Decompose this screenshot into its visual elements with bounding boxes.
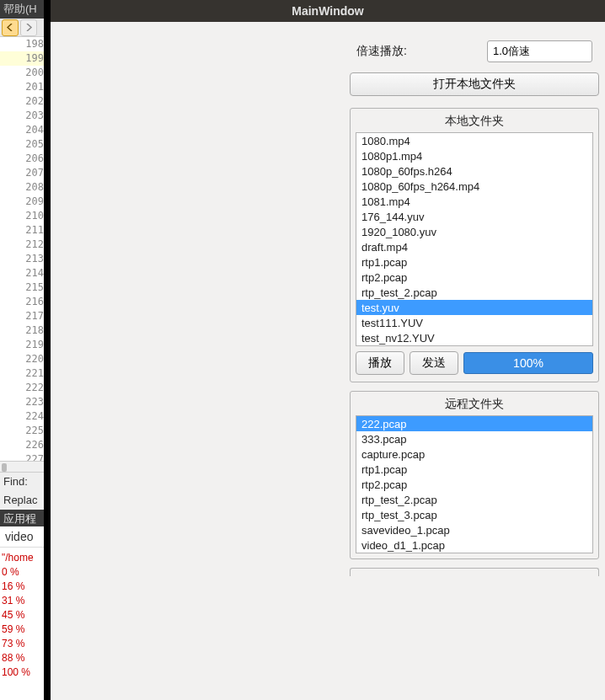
- line-number: 213: [0, 252, 51, 266]
- chevron-left-icon: [7, 24, 14, 31]
- line-number: 219: [0, 338, 51, 352]
- window-border: [44, 0, 51, 700]
- find-replace-panel: Find: Replac: [0, 473, 51, 510]
- editor-nav: [0, 19, 51, 37]
- scrollbar-thumb[interactable]: [2, 463, 7, 472]
- list-item[interactable]: 1080p_60fps.h264: [356, 163, 592, 179]
- line-number: 210: [0, 209, 51, 223]
- list-item[interactable]: rtp1.pcap: [356, 254, 592, 270]
- output-line: "/home: [2, 551, 49, 565]
- titlebar[interactable]: MainWindow: [51, 0, 605, 22]
- line-number: 198: [0, 37, 51, 51]
- local-button-row: 播放 发送 100%: [351, 351, 598, 382]
- line-number: 208: [0, 180, 51, 195]
- line-number: 204: [0, 123, 51, 137]
- main-window: MainWindow 倍速播放: 1.0倍速 打开本地文件夹 本地文件夹 108…: [51, 0, 605, 700]
- list-item[interactable]: rtp_test_2.pcap: [356, 285, 592, 300]
- output-log: "/home0 %16 %31 %45 %59 %73 %88 %100 %: [0, 548, 51, 683]
- list-item[interactable]: 1920_1080.yuv: [356, 224, 592, 239]
- replace-label: Replac: [0, 491, 51, 510]
- line-number: 220: [0, 352, 51, 366]
- line-number: 211: [0, 223, 51, 238]
- find-label: Find:: [0, 473, 51, 491]
- speed-label: 倍速播放:: [356, 44, 487, 59]
- output-line: 59 %: [2, 623, 49, 637]
- line-number: 199: [0, 51, 51, 66]
- line-number: 202: [0, 94, 51, 109]
- client-area: 倍速播放: 1.0倍速 打开本地文件夹 本地文件夹 1080.mp41080p1…: [51, 22, 605, 700]
- line-number: 222: [0, 381, 51, 395]
- list-item[interactable]: test.yuv: [356, 300, 592, 315]
- editor-h-scrollbar[interactable]: [0, 461, 51, 473]
- send-label: 发送: [422, 355, 446, 371]
- list-item[interactable]: 176_144.yuv: [356, 209, 592, 224]
- output-line: 45 %: [2, 608, 49, 623]
- speed-select[interactable]: 1.0倍速: [487, 40, 592, 62]
- list-item[interactable]: draft.mp4: [356, 239, 592, 254]
- output-panel: video "/home0 %16 %31 %45 %59 %73 %88 %1…: [0, 526, 51, 700]
- line-number-gutter: 1981992002012022032042052062072082092102…: [0, 37, 51, 467]
- output-line: 73 %: [2, 637, 49, 651]
- list-item[interactable]: 1081.mp4: [356, 194, 592, 209]
- list-item[interactable]: rtp1.pcap: [356, 462, 592, 477]
- line-number: 216: [0, 295, 51, 309]
- line-number: 201: [0, 80, 51, 94]
- editor-pane: 帮助(H 19819920020120220320420520620720820…: [0, 0, 51, 700]
- app-output-tab[interactable]: 应用程: [0, 510, 51, 526]
- local-file-list[interactable]: 1080.mp41080p1.mp41080p_60fps.h2641080p_…: [356, 132, 593, 346]
- remote-folder-title: 远程文件夹: [351, 392, 598, 415]
- list-item[interactable]: video_d1_1.pcap: [356, 537, 592, 553]
- line-number: 207: [0, 166, 51, 180]
- output-line: 31 %: [2, 594, 49, 608]
- line-number: 203: [0, 109, 51, 123]
- line-number: 226: [0, 438, 51, 452]
- output-line: 100 %: [2, 665, 49, 680]
- list-item[interactable]: capture.pcap: [356, 446, 592, 462]
- line-number: 223: [0, 395, 51, 409]
- line-number: 221: [0, 366, 51, 381]
- open-folder-label: 打开本地文件夹: [433, 77, 516, 92]
- line-number: 209: [0, 195, 51, 209]
- line-number: 212: [0, 238, 51, 252]
- chevron-right-icon: [25, 24, 33, 31]
- list-item[interactable]: test_nv12.YUV: [356, 330, 592, 345]
- list-item[interactable]: savevideo_1.pcap: [356, 522, 592, 537]
- speed-value: 1.0倍速: [493, 44, 530, 59]
- local-folder-title: 本地文件夹: [351, 109, 598, 132]
- remote-file-list[interactable]: 222.pcap333.pcapcapture.pcaprtp1.pcaprtp…: [356, 415, 593, 553]
- output-line: 16 %: [2, 580, 49, 594]
- line-number: 200: [0, 66, 51, 80]
- line-number: 225: [0, 424, 51, 438]
- line-number: 218: [0, 323, 51, 338]
- progress-bar: 100%: [463, 352, 593, 374]
- nav-forward-button[interactable]: [20, 19, 37, 36]
- list-item[interactable]: test111.YUV: [356, 315, 592, 330]
- list-item[interactable]: rtp2.pcap: [356, 477, 592, 492]
- send-button[interactable]: 发送: [410, 351, 458, 375]
- menubar-help[interactable]: 帮助(H: [0, 0, 51, 19]
- progress-text: 100%: [513, 356, 543, 370]
- speed-row: 倍速播放: 1.0倍速: [350, 34, 599, 69]
- list-item[interactable]: 222.pcap: [356, 416, 592, 431]
- line-number: 206: [0, 152, 51, 166]
- play-label: 播放: [368, 355, 392, 371]
- line-number: 224: [0, 409, 51, 424]
- line-number: 215: [0, 281, 51, 295]
- bottom-panel-stub: [350, 568, 599, 576]
- output-line: 88 %: [2, 651, 49, 665]
- play-button[interactable]: 播放: [356, 351, 404, 375]
- list-item[interactable]: rtp_test_2.pcap: [356, 492, 592, 507]
- line-number: 205: [0, 137, 51, 152]
- list-item[interactable]: 1080.mp4: [356, 133, 592, 148]
- list-item[interactable]: 1080p1.mp4: [356, 148, 592, 163]
- open-folder-button[interactable]: 打开本地文件夹: [350, 72, 599, 96]
- list-item[interactable]: 1080p_60fps_h264.mp4: [356, 179, 592, 194]
- local-folder-panel: 本地文件夹 1080.mp41080p1.mp41080p_60fps.h264…: [350, 108, 599, 382]
- list-item[interactable]: rtp_test_3.pcap: [356, 507, 592, 522]
- list-item[interactable]: rtp2.pcap: [356, 270, 592, 285]
- line-number: 214: [0, 266, 51, 281]
- output-title: video: [0, 526, 51, 548]
- nav-back-button[interactable]: [2, 19, 19, 36]
- remote-folder-panel: 远程文件夹 222.pcap333.pcapcapture.pcaprtp1.p…: [350, 391, 599, 559]
- list-item[interactable]: 333.pcap: [356, 431, 592, 446]
